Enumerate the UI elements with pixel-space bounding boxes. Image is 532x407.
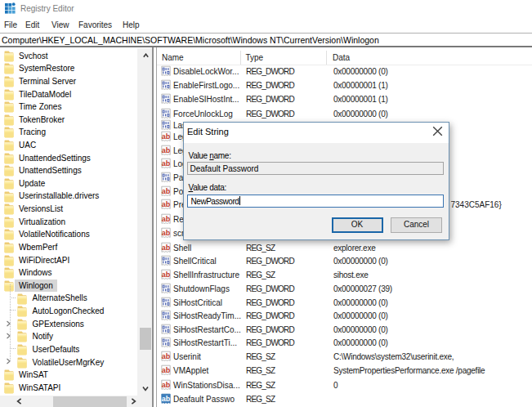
svg-text:ab: ab [162,351,171,360]
svg-text:ab: ab [162,381,171,389]
svg-text:ab: ab [162,365,171,373]
svg-text:ab: ab [162,132,171,141]
svg-text:ab: ab [162,394,171,402]
svg-text:ab: ab [162,228,171,236]
svg-text:ab: ab [162,243,171,251]
svg-text:ab: ab [162,214,171,222]
svg-text:ab: ab [162,271,171,279]
svg-text:ab: ab [162,159,171,168]
svg-text:ab: ab [162,199,171,208]
svg-text:ab: ab [162,145,171,154]
svg-text:ab: ab [162,187,171,195]
